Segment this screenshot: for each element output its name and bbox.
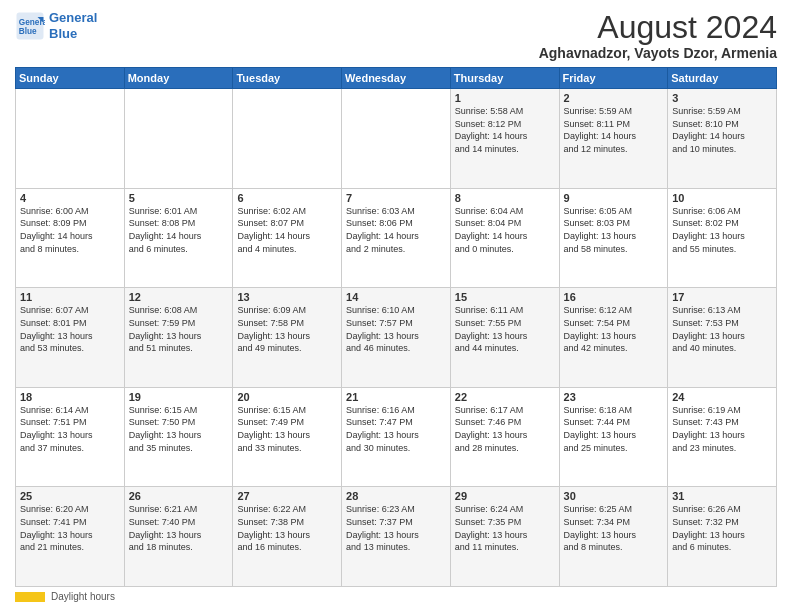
day-number: 17	[672, 291, 772, 303]
calendar-header-saturday: Saturday	[668, 68, 777, 89]
page: General Blue General Blue August 2024 Ag…	[0, 0, 792, 612]
day-info: Sunrise: 6:09 AM Sunset: 7:58 PM Dayligh…	[237, 304, 337, 354]
footer-label: Daylight hours	[51, 591, 115, 602]
calendar-cell	[124, 89, 233, 189]
day-info: Sunrise: 6:03 AM Sunset: 8:06 PM Dayligh…	[346, 205, 446, 255]
day-number: 31	[672, 490, 772, 502]
logo-line1: General	[49, 10, 97, 25]
day-info: Sunrise: 6:00 AM Sunset: 8:09 PM Dayligh…	[20, 205, 120, 255]
calendar-cell: 23Sunrise: 6:18 AM Sunset: 7:44 PM Dayli…	[559, 387, 668, 487]
day-info: Sunrise: 6:21 AM Sunset: 7:40 PM Dayligh…	[129, 503, 229, 553]
day-number: 5	[129, 192, 229, 204]
calendar-header-wednesday: Wednesday	[342, 68, 451, 89]
calendar-cell: 29Sunrise: 6:24 AM Sunset: 7:35 PM Dayli…	[450, 487, 559, 587]
day-number: 22	[455, 391, 555, 403]
day-info: Sunrise: 6:07 AM Sunset: 8:01 PM Dayligh…	[20, 304, 120, 354]
day-number: 26	[129, 490, 229, 502]
calendar-header-row: SundayMondayTuesdayWednesdayThursdayFrid…	[16, 68, 777, 89]
daylight-bar-icon	[15, 592, 45, 602]
logo: General Blue General Blue	[15, 10, 97, 41]
calendar-table: SundayMondayTuesdayWednesdayThursdayFrid…	[15, 67, 777, 587]
calendar-cell: 7Sunrise: 6:03 AM Sunset: 8:06 PM Daylig…	[342, 188, 451, 288]
day-info: Sunrise: 6:24 AM Sunset: 7:35 PM Dayligh…	[455, 503, 555, 553]
day-number: 8	[455, 192, 555, 204]
day-info: Sunrise: 6:13 AM Sunset: 7:53 PM Dayligh…	[672, 304, 772, 354]
day-number: 15	[455, 291, 555, 303]
calendar-week-row: 1Sunrise: 5:58 AM Sunset: 8:12 PM Daylig…	[16, 89, 777, 189]
day-number: 7	[346, 192, 446, 204]
svg-text:Blue: Blue	[19, 26, 37, 35]
calendar-cell: 8Sunrise: 6:04 AM Sunset: 8:04 PM Daylig…	[450, 188, 559, 288]
day-info: Sunrise: 6:25 AM Sunset: 7:34 PM Dayligh…	[564, 503, 664, 553]
day-info: Sunrise: 6:04 AM Sunset: 8:04 PM Dayligh…	[455, 205, 555, 255]
calendar-header-thursday: Thursday	[450, 68, 559, 89]
calendar-cell: 21Sunrise: 6:16 AM Sunset: 7:47 PM Dayli…	[342, 387, 451, 487]
day-info: Sunrise: 6:17 AM Sunset: 7:46 PM Dayligh…	[455, 404, 555, 454]
calendar-cell: 15Sunrise: 6:11 AM Sunset: 7:55 PM Dayli…	[450, 288, 559, 388]
logo-text: General Blue	[49, 10, 97, 41]
calendar-cell: 17Sunrise: 6:13 AM Sunset: 7:53 PM Dayli…	[668, 288, 777, 388]
calendar-header-tuesday: Tuesday	[233, 68, 342, 89]
footer: Daylight hours	[15, 591, 777, 602]
logo-icon: General Blue	[15, 11, 45, 41]
day-info: Sunrise: 5:58 AM Sunset: 8:12 PM Dayligh…	[455, 105, 555, 155]
day-info: Sunrise: 6:15 AM Sunset: 7:49 PM Dayligh…	[237, 404, 337, 454]
day-number: 9	[564, 192, 664, 204]
calendar-cell: 27Sunrise: 6:22 AM Sunset: 7:38 PM Dayli…	[233, 487, 342, 587]
day-info: Sunrise: 6:16 AM Sunset: 7:47 PM Dayligh…	[346, 404, 446, 454]
day-info: Sunrise: 6:02 AM Sunset: 8:07 PM Dayligh…	[237, 205, 337, 255]
day-info: Sunrise: 6:01 AM Sunset: 8:08 PM Dayligh…	[129, 205, 229, 255]
calendar-cell: 10Sunrise: 6:06 AM Sunset: 8:02 PM Dayli…	[668, 188, 777, 288]
calendar-cell: 3Sunrise: 5:59 AM Sunset: 8:10 PM Daylig…	[668, 89, 777, 189]
day-number: 27	[237, 490, 337, 502]
day-number: 28	[346, 490, 446, 502]
day-number: 19	[129, 391, 229, 403]
calendar-cell: 25Sunrise: 6:20 AM Sunset: 7:41 PM Dayli…	[16, 487, 125, 587]
calendar-cell: 5Sunrise: 6:01 AM Sunset: 8:08 PM Daylig…	[124, 188, 233, 288]
calendar-header-sunday: Sunday	[16, 68, 125, 89]
calendar-cell: 4Sunrise: 6:00 AM Sunset: 8:09 PM Daylig…	[16, 188, 125, 288]
day-info: Sunrise: 6:08 AM Sunset: 7:59 PM Dayligh…	[129, 304, 229, 354]
day-number: 3	[672, 92, 772, 104]
day-number: 6	[237, 192, 337, 204]
logo-line2: Blue	[49, 26, 77, 41]
main-title: August 2024	[539, 10, 777, 45]
calendar-cell	[233, 89, 342, 189]
calendar-cell: 26Sunrise: 6:21 AM Sunset: 7:40 PM Dayli…	[124, 487, 233, 587]
day-number: 16	[564, 291, 664, 303]
calendar-cell: 1Sunrise: 5:58 AM Sunset: 8:12 PM Daylig…	[450, 89, 559, 189]
calendar-week-row: 25Sunrise: 6:20 AM Sunset: 7:41 PM Dayli…	[16, 487, 777, 587]
day-number: 12	[129, 291, 229, 303]
calendar-cell: 20Sunrise: 6:15 AM Sunset: 7:49 PM Dayli…	[233, 387, 342, 487]
day-info: Sunrise: 6:15 AM Sunset: 7:50 PM Dayligh…	[129, 404, 229, 454]
calendar-header-monday: Monday	[124, 68, 233, 89]
day-number: 14	[346, 291, 446, 303]
day-info: Sunrise: 6:22 AM Sunset: 7:38 PM Dayligh…	[237, 503, 337, 553]
day-info: Sunrise: 5:59 AM Sunset: 8:10 PM Dayligh…	[672, 105, 772, 155]
day-info: Sunrise: 6:18 AM Sunset: 7:44 PM Dayligh…	[564, 404, 664, 454]
day-info: Sunrise: 6:26 AM Sunset: 7:32 PM Dayligh…	[672, 503, 772, 553]
calendar-cell: 24Sunrise: 6:19 AM Sunset: 7:43 PM Dayli…	[668, 387, 777, 487]
header: General Blue General Blue August 2024 Ag…	[15, 10, 777, 61]
day-number: 1	[455, 92, 555, 104]
calendar-cell	[342, 89, 451, 189]
day-info: Sunrise: 6:12 AM Sunset: 7:54 PM Dayligh…	[564, 304, 664, 354]
calendar-cell: 12Sunrise: 6:08 AM Sunset: 7:59 PM Dayli…	[124, 288, 233, 388]
calendar-cell: 22Sunrise: 6:17 AM Sunset: 7:46 PM Dayli…	[450, 387, 559, 487]
calendar-cell: 14Sunrise: 6:10 AM Sunset: 7:57 PM Dayli…	[342, 288, 451, 388]
day-number: 18	[20, 391, 120, 403]
day-info: Sunrise: 6:10 AM Sunset: 7:57 PM Dayligh…	[346, 304, 446, 354]
calendar-cell: 6Sunrise: 6:02 AM Sunset: 8:07 PM Daylig…	[233, 188, 342, 288]
calendar-cell: 16Sunrise: 6:12 AM Sunset: 7:54 PM Dayli…	[559, 288, 668, 388]
day-number: 25	[20, 490, 120, 502]
calendar-cell: 9Sunrise: 6:05 AM Sunset: 8:03 PM Daylig…	[559, 188, 668, 288]
day-number: 20	[237, 391, 337, 403]
day-number: 30	[564, 490, 664, 502]
day-info: Sunrise: 6:06 AM Sunset: 8:02 PM Dayligh…	[672, 205, 772, 255]
day-number: 4	[20, 192, 120, 204]
calendar-header-friday: Friday	[559, 68, 668, 89]
day-info: Sunrise: 5:59 AM Sunset: 8:11 PM Dayligh…	[564, 105, 664, 155]
day-number: 24	[672, 391, 772, 403]
calendar-week-row: 11Sunrise: 6:07 AM Sunset: 8:01 PM Dayli…	[16, 288, 777, 388]
day-info: Sunrise: 6:05 AM Sunset: 8:03 PM Dayligh…	[564, 205, 664, 255]
